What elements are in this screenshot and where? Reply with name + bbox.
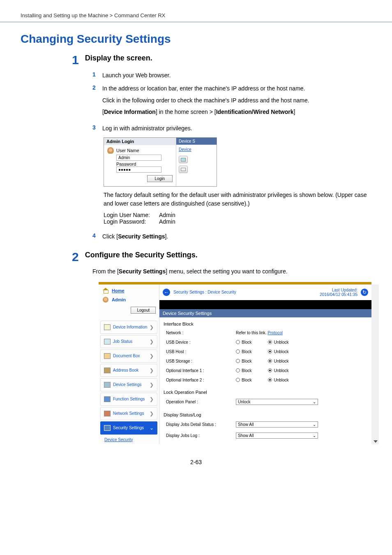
chevron-down-icon: ⌄	[313, 400, 316, 404]
webui-screenshot: Home Admin Logout Device Information❯ Jo…	[99, 282, 371, 444]
protocol-link[interactable]: Protocol	[267, 331, 283, 335]
radio-block[interactable]	[236, 359, 240, 363]
document-box-icon	[104, 353, 111, 359]
sidebar-item-device-information[interactable]: Device Information❯	[100, 321, 157, 334]
substep-num: 1	[92, 71, 97, 78]
sidebar-admin: Admin	[112, 297, 126, 302]
radio-block[interactable]	[236, 368, 240, 372]
setting-label: USB Host :	[166, 349, 236, 354]
substep-text: Log in with administrator privileges.	[102, 124, 392, 132]
factory-default-text: The factory default setting for the defa…	[104, 191, 392, 208]
chevron-down-icon: ⌄	[313, 422, 316, 427]
chevron-right-icon: ❯	[150, 353, 154, 359]
radio-block[interactable]	[236, 378, 240, 382]
password-input[interactable]: ●●●●●	[116, 166, 161, 173]
substep-line: In the address or location bar, enter th…	[102, 84, 369, 92]
substep-num: 2	[92, 84, 97, 91]
chevron-down-icon: ⌄	[313, 433, 316, 438]
step-heading-2: Configure the Security Settings.	[85, 251, 198, 259]
step-number-2: 2	[72, 251, 79, 263]
substep-num: 3	[92, 124, 97, 131]
last-updated-value: 2016/04/12 05:41:35	[320, 292, 357, 297]
sidebar-item-function-settings[interactable]: Function Settings❯	[100, 393, 157, 406]
group-lock-panel: Lock Operation Panel	[163, 386, 368, 397]
login-username-value: Admin	[159, 212, 175, 218]
login-password-label: Login Password:	[104, 218, 159, 225]
setting-text: Refer to this link.	[236, 331, 266, 335]
group-display-status: Display Status/Log	[163, 408, 368, 420]
section-title: Device Security Settings	[159, 309, 371, 317]
setting-label: USB Device :	[166, 340, 236, 345]
setting-label: Optional Interface 1 :	[166, 368, 236, 373]
sidebar-sub-device-security[interactable]: Device Security	[99, 436, 159, 444]
username-input[interactable]: Admin	[116, 155, 161, 161]
password-label: Password	[116, 162, 173, 166]
username-label: User Name	[116, 148, 139, 153]
radio-unblock[interactable]	[268, 340, 272, 344]
radio-block[interactable]	[236, 349, 240, 354]
refresh-icon[interactable]: ↻	[361, 289, 368, 296]
setting-label: USB Storage :	[166, 359, 236, 363]
device-header: Device S	[176, 138, 217, 145]
function-settings-icon	[104, 396, 111, 402]
sidebar-item-device-settings[interactable]: Device Settings❯	[100, 378, 157, 391]
step-heading-1: Display the screen.	[85, 54, 152, 62]
substep-line: [Device Information] in the home screen …	[102, 108, 369, 116]
chevron-down-icon: ⌄	[150, 425, 154, 431]
device-settings-icon	[104, 382, 111, 388]
printer-icon	[179, 166, 188, 173]
user-icon	[103, 297, 108, 303]
back-icon[interactable]: ←	[163, 289, 170, 296]
setting-label: Operation Panel :	[166, 400, 236, 404]
radio-block[interactable]	[236, 340, 240, 344]
step-2-body: From the [Security Settings] menu, selec…	[92, 267, 392, 275]
display-jobs-detail-select[interactable]: Show All⌄	[236, 421, 318, 428]
home-icon	[103, 288, 109, 294]
login-username-label: Login User Name:	[104, 212, 159, 218]
radio-unblock[interactable]	[268, 378, 272, 382]
breadcrumb: Installing and Setting up the Machine > …	[0, 0, 392, 22]
login-password-value: Admin	[159, 218, 175, 225]
radio-unblock[interactable]	[268, 359, 272, 363]
group-interface-block: Interface Block	[163, 317, 368, 329]
device-info-icon	[104, 324, 111, 330]
main-panel: ← Security Settings : Device Security La…	[159, 284, 371, 444]
setting-label-network: Network :	[166, 331, 236, 335]
chevron-right-icon: ❯	[150, 368, 154, 373]
page-number: 2-63	[0, 459, 392, 478]
display-jobs-log-select[interactable]: Show All⌄	[236, 432, 318, 439]
sidebar-home[interactable]: Home	[112, 288, 125, 293]
main-divider	[159, 300, 371, 309]
chevron-right-icon: ❯	[150, 396, 154, 402]
main-breadcrumb: Security Settings : Device Security	[173, 290, 236, 294]
setting-label: Display Jobs Log :	[166, 433, 236, 438]
sidebar-item-address-book[interactable]: Address Book❯	[100, 364, 157, 377]
substep-num: 4	[92, 232, 97, 239]
sidebar-item-job-status[interactable]: Job Status❯	[100, 335, 157, 348]
sidebar-item-document-box[interactable]: Document Box❯	[100, 349, 157, 363]
substep-line: Click in the following order to check th…	[102, 96, 369, 104]
page-title: Changing Security Settings	[21, 32, 392, 46]
network-settings-icon	[104, 411, 111, 416]
setting-label: Display Jobs Detail Status :	[166, 422, 236, 427]
device-link[interactable]: Device	[176, 145, 217, 154]
setting-label: Optional Interface 2 :	[166, 378, 236, 382]
monitor-icon	[179, 156, 188, 163]
radio-unblock[interactable]	[268, 349, 272, 354]
step-number-1: 1	[72, 54, 79, 66]
scrollbar[interactable]	[371, 284, 379, 444]
substep-text: Launch your Web browser.	[102, 71, 392, 79]
chevron-right-icon: ❯	[150, 382, 154, 388]
chevron-right-icon: ❯	[150, 324, 154, 330]
sidebar-item-security-settings[interactable]: Security Settings⌄	[100, 421, 157, 435]
radio-unblock[interactable]	[268, 368, 272, 372]
login-panel-screenshot: Admin Login User Name Admin Password ●●●…	[104, 137, 217, 187]
address-book-icon	[104, 368, 111, 373]
sidebar-item-network-settings[interactable]: Network Settings❯	[100, 407, 157, 420]
login-button[interactable]: Login	[147, 175, 173, 182]
user-icon	[107, 147, 114, 154]
logout-button[interactable]: Logout	[131, 307, 156, 314]
chevron-right-icon: ❯	[150, 411, 154, 416]
chevron-right-icon: ❯	[150, 339, 154, 345]
operation-panel-select[interactable]: Unlock⌄	[236, 399, 318, 405]
